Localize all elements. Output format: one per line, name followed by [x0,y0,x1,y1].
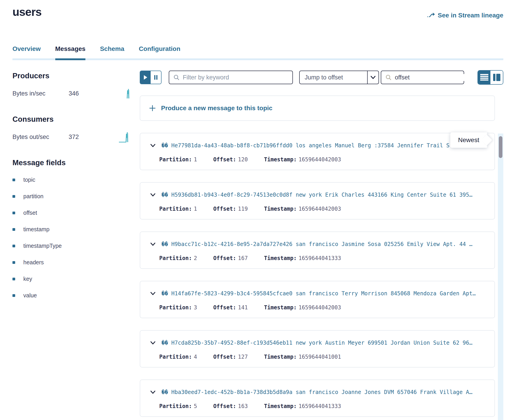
bytes-out-sparkline [118,131,130,143]
message-field-timestamp[interactable]: timestamp [12,226,130,233]
field-bullet-icon [12,245,15,247]
timestamp-value: 1659644041333 [297,255,341,261]
expand-chevron-icon[interactable] [150,292,156,295]
jump-to-offset-value: Jump to offset [300,71,367,84]
message-key-glyphs: �� [162,241,168,247]
consumers-heading: Consumers [12,115,130,124]
split-view-icon [493,74,501,81]
field-bullet-icon [12,294,15,297]
bytes-in-metric: Bytes in/sec 346 [12,87,130,100]
see-in-stream-lineage-link[interactable]: See in Stream lineage [427,12,503,19]
message-row[interactable]: �� Hba30eed7-1edc-452b-8b1a-738d3b5d8a9a… [140,380,495,417]
plus-icon [149,105,156,112]
expand-chevron-icon[interactable] [150,341,156,345]
message-preview: He77981da-4a43-48ab-b8f8-cb71b96ffdd0 lo… [171,142,449,149]
partition-label: Partition: [159,255,192,261]
tab-bar: OverviewMessagesSchemaConfiguration [12,45,503,60]
timestamp-value: 1659644042003 [297,304,341,311]
produce-message-button[interactable]: Produce a new message to this topic [140,96,495,121]
partition-label: Partition: [159,304,192,311]
message-key-glyphs: �� [162,389,168,395]
split-view-button[interactable] [490,71,503,84]
tabs: OverviewMessagesSchemaConfiguration [12,45,503,58]
message-row[interactable]: �� H5936db81-b943-4e0f-8c29-74513e0c0d8f… [140,182,495,219]
message-row[interactable]: �� H9bacc71c-b12c-4216-8e95-2a7da727e426… [140,232,495,269]
view-mode-toggle [477,70,503,85]
partition-label: Partition: [159,354,192,360]
message-field-partition[interactable]: partition [12,193,130,200]
message-field-headers[interactable]: headers [12,259,130,266]
message-field-value[interactable]: value [12,292,130,299]
timestamp-value: 1659644041333 [297,403,341,409]
message-list-scrollbar-thumb[interactable] [499,136,502,158]
expand-chevron-icon[interactable] [150,193,156,197]
field-label: value [23,292,37,299]
timestamp-value: 1659644041001 [297,354,341,360]
field-bullet-icon [12,278,15,280]
tab-schema[interactable]: Schema [100,45,124,58]
message-fields-heading: Message fields [12,158,130,167]
tab-label: Configuration [139,45,181,52]
field-label: timestampType [23,243,62,249]
timestamp-label: Timestamp: [264,156,297,163]
bytes-out-metric: Bytes out/sec 372 [12,130,130,143]
newest-tooltip-label: Newest [458,136,479,144]
message-field-offset[interactable]: offset [12,210,130,216]
tab-messages[interactable]: Messages [55,45,86,58]
topic-page: users See in Stream lineage OverviewMess… [0,0,516,420]
tab-label: Messages [55,45,86,52]
message-preview: H14fa67fe-5823-4299-b3c4-595845cfcae0 sa… [171,290,476,297]
stream-lineage-icon [427,12,435,19]
producers-heading: Producers [12,72,130,80]
partition-value: 4 [192,354,197,360]
partition-value: 5 [192,403,197,409]
message-row[interactable]: �� H7cda825b-35b7-4952-88ef-c193d546eb11… [140,330,495,368]
produce-message-label: Produce a new message to this topic [161,105,272,112]
message-key-glyphs: �� [162,192,168,198]
messages-panel: Jump to offset [140,70,503,420]
partition-label: Partition: [159,156,192,163]
message-row[interactable]: �� He77981da-4a43-48ab-b8f8-cb71b96ffdd0… [140,133,495,170]
field-bullet-icon [12,261,15,264]
message-fields-list: topic partition offset timestamp timesta… [12,177,130,299]
play-icon [143,75,148,80]
see-in-stream-lineage-label: See in Stream lineage [438,12,503,19]
newest-tooltip: Newest [450,132,487,148]
message-key-glyphs: �� [162,290,168,297]
bytes-in-value: 346 [69,90,79,97]
partition-label: Partition: [159,206,192,212]
play-button[interactable] [140,71,151,84]
timestamp-value: 1659644042003 [297,156,341,163]
sidebar: Producers Bytes in/sec 346 Consumers Byt… [12,72,130,309]
list-view-button[interactable] [478,71,490,84]
pause-button[interactable] [151,71,161,84]
expand-chevron-icon[interactable] [150,242,156,246]
keyword-filter-input[interactable] [183,74,288,81]
offset-label: Offset: [213,255,236,261]
list-view-icon [480,74,488,81]
bytes-out-value: 372 [69,134,79,141]
offset-label: Offset: [213,156,236,163]
tab-track [12,58,503,60]
tab-overview[interactable]: Overview [12,45,41,58]
message-list: �� He77981da-4a43-48ab-b8f8-cb71b96ffdd0… [140,133,503,417]
message-row[interactable]: �� H14fa67fe-5823-4299-b3c4-595845cfcae0… [140,281,495,318]
page-title: users [12,5,41,19]
message-field-timestamptype[interactable]: timestampType [12,243,130,249]
message-list-scrollbar-track[interactable] [498,134,503,420]
expand-chevron-icon[interactable] [150,144,156,147]
tab-label: Schema [100,45,124,52]
offset-search [381,71,464,84]
expand-chevron-icon[interactable] [150,390,156,394]
message-field-key[interactable]: key [12,276,130,282]
message-field-topic[interactable]: topic [12,177,130,183]
offset-search-input[interactable] [395,74,475,81]
timestamp-label: Timestamp: [264,206,297,212]
message-preview: Hba30eed7-1edc-452b-8b1a-738d3b5d8a9a sa… [171,389,472,395]
tab-configuration[interactable]: Configuration [139,45,181,58]
offset-label: Offset: [213,206,236,212]
bytes-in-sparkline [126,88,130,99]
chevron-down-icon [367,71,378,84]
jump-to-offset-select[interactable]: Jump to offset [299,71,379,84]
field-bullet-icon [12,228,15,231]
